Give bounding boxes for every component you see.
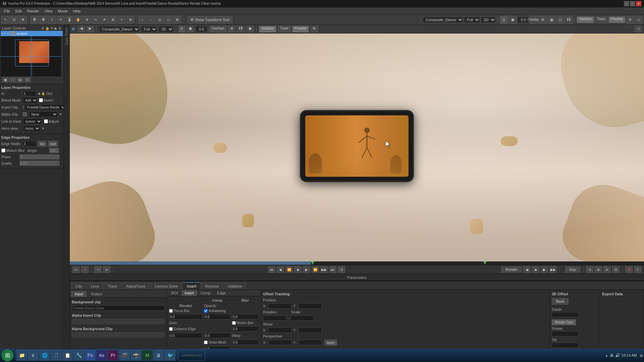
perspective-x-input[interactable] xyxy=(268,340,292,345)
collapse-btn[interactable]: ◁ xyxy=(635,16,643,24)
shear-y-input[interactable] xyxy=(299,327,322,333)
color-view-btn[interactable]: ▣ xyxy=(186,26,194,33)
taskbar-arrow-icon[interactable]: ▲ xyxy=(605,354,608,357)
tab-stabilize[interactable]: Stabilize xyxy=(224,282,247,290)
tool-arrow[interactable]: ↖ xyxy=(1,16,9,24)
stop-btn[interactable]: ■ xyxy=(294,266,302,273)
gain-render-input[interactable] xyxy=(204,333,231,338)
sub-tab-output[interactable]: Output xyxy=(87,291,106,297)
angle-input[interactable] xyxy=(49,148,59,153)
sub-tab-input[interactable]: Input xyxy=(71,291,87,297)
play-fwd-btn[interactable]: ▶▶ xyxy=(320,266,328,273)
record-btn[interactable]: ● xyxy=(81,266,89,273)
render-back-btn[interactable]: ◀ xyxy=(523,266,531,273)
tab-adjusttrack[interactable]: AdjustTrack xyxy=(122,282,150,290)
gear-view-btn[interactable]: ⚙ xyxy=(310,26,318,33)
tab-lens[interactable]: Lens xyxy=(87,282,103,290)
dope-sheet-tab[interactable]: Dope Sheet xyxy=(64,25,69,48)
tool-plus[interactable]: + xyxy=(118,16,126,24)
recalc-button[interactable]: Recalc Cam xyxy=(552,319,576,325)
taskbar-mocha[interactable]: M xyxy=(142,350,153,361)
gain-blur-input[interactable] xyxy=(169,333,203,338)
full-dropdown[interactable]: Full xyxy=(464,16,480,23)
close-button[interactable]: ✕ xyxy=(636,1,641,6)
tool-plus2[interactable]: ⊕ xyxy=(126,16,135,24)
taskbar-app1[interactable]: 📋 xyxy=(62,350,73,361)
layer-settings-icon[interactable]: ⚙ xyxy=(41,26,44,30)
start-button[interactable]: ⊞ xyxy=(1,349,13,361)
taskbar-ie[interactable]: e xyxy=(28,350,39,361)
in-arrow-left[interactable]: ◀ xyxy=(38,92,40,95)
perspective-y-input[interactable] xyxy=(299,340,322,345)
enhance-edge-checkbox[interactable] xyxy=(169,327,173,331)
composite-view-dropdown[interactable]: Composite_Dance xyxy=(99,26,140,33)
tab-edge[interactable]: Edge xyxy=(214,290,229,296)
stabilize-view-btn[interactable]: Stabilize xyxy=(259,26,276,33)
nav-back-btn[interactable]: ◀ xyxy=(78,26,85,33)
link-to-track-dropdown[interactable]: screen xyxy=(23,118,42,124)
invert-checkbox[interactable] xyxy=(39,98,43,102)
taskbar-watermark[interactable]: waterfiles.com xyxy=(178,350,205,361)
adjust-checkbox[interactable] xyxy=(44,119,48,123)
layer-item[interactable]: 👁 ⚙ screen xyxy=(1,31,63,36)
render-end-btn[interactable]: ▶▶ xyxy=(549,266,557,273)
alpha-view-btn[interactable]: α xyxy=(178,26,185,33)
notification-area[interactable]: ▣ xyxy=(640,354,643,357)
layer-lock-icon[interactable]: 🔒 xyxy=(45,26,49,30)
edge-set-button[interactable]: Set xyxy=(38,141,47,147)
lc-btn-2[interactable]: □ xyxy=(9,77,16,82)
rotate-input[interactable] xyxy=(552,331,579,337)
taskbar-photoshop[interactable]: Ps xyxy=(85,350,96,361)
tool-i[interactable]: I xyxy=(48,16,56,24)
timeline-scrollbar[interactable] xyxy=(70,261,644,265)
motion-blur-checkbox[interactable] xyxy=(1,148,5,153)
taskbar-media[interactable]: 🎵 xyxy=(51,350,61,361)
alpha-insert-clip-input[interactable] xyxy=(72,319,165,324)
alpha-background-clip-input[interactable] xyxy=(72,332,165,338)
tab-remove[interactable]: Remove xyxy=(201,282,223,290)
lc-btn-4[interactable]: ⊡ xyxy=(24,77,31,82)
focus-blur-checkbox[interactable] xyxy=(169,309,173,313)
tool-rect[interactable]: ▭ xyxy=(164,16,172,24)
render-button[interactable]: Render xyxy=(501,266,522,273)
film-view-btn[interactable]: 🎞 xyxy=(237,26,245,33)
show-mesh-checkbox[interactable] xyxy=(204,341,208,344)
blend-mode-dropdown[interactable]: Add xyxy=(23,97,38,103)
stabilize-btn[interactable]: Stabilize xyxy=(577,16,594,23)
back-button[interactable]: Back xyxy=(552,298,569,305)
tool-x2[interactable]: ⌛ xyxy=(65,16,73,24)
prev-keyframe-btn[interactable]: ⊢ xyxy=(72,266,80,273)
layer-visibility-icon[interactable]: 👁 xyxy=(2,32,5,36)
hero-view-dropdown[interactable]: mono xyxy=(23,125,40,131)
apply-button[interactable]: Apply xyxy=(325,340,337,346)
tilt-input[interactable] xyxy=(552,343,579,348)
antialiasing-checkbox[interactable] xyxy=(204,309,208,313)
tool-scissors[interactable]: ✂ xyxy=(92,16,100,24)
taskbar-app2[interactable]: 🔧 xyxy=(73,350,84,361)
taskbar-app4[interactable]: 📸 xyxy=(130,350,141,361)
overlays-view-btn[interactable]: Overlays xyxy=(209,26,227,33)
tab-comp[interactable]: Comp xyxy=(198,290,213,296)
alpha-btn[interactable]: α xyxy=(500,16,508,24)
grid-btn[interactable]: ⊞ xyxy=(539,16,547,24)
go-start-btn[interactable]: ⏮ xyxy=(268,266,275,273)
tool-select[interactable]: ⊡ xyxy=(10,16,18,24)
menu-render[interactable]: Render xyxy=(24,8,42,14)
layer-more-icon[interactable]: ▶ xyxy=(55,26,57,30)
film2-view-btn[interactable]: ▣ xyxy=(246,26,254,33)
matte-clip-dropdown[interactable]: None xyxy=(29,111,58,117)
opacity-comp-input[interactable] xyxy=(169,314,203,319)
maximize-button[interactable]: □ xyxy=(630,1,635,6)
overlays-btn[interactable]: Overlays xyxy=(530,16,538,24)
taskbar-app6[interactable]: 🐦 xyxy=(165,350,175,361)
step-fwd-btn[interactable]: ⏩ xyxy=(312,266,319,273)
record2-btn[interactable]: ● xyxy=(103,266,110,273)
taskbar-pr[interactable]: Pr xyxy=(108,350,118,361)
play-btn[interactable]: ▶ xyxy=(303,266,310,273)
matte-arrow[interactable]: ▼ xyxy=(59,113,62,116)
phase-input[interactable] xyxy=(19,154,60,160)
taskbar-app5[interactable]: 🖥 xyxy=(153,350,164,361)
3d-dropdown[interactable]: 3D xyxy=(481,16,496,23)
render-stop-btn[interactable]: ■ xyxy=(532,266,539,273)
level-btn[interactable]: 0 xyxy=(634,266,641,273)
